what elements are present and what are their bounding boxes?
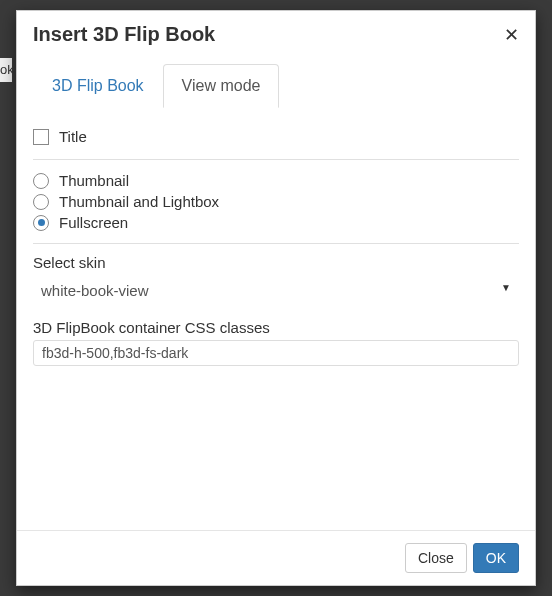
select-skin-label: Select skin bbox=[33, 254, 519, 271]
title-checkbox[interactable] bbox=[33, 129, 49, 145]
modal-header: Insert 3D Flip Book ✕ bbox=[17, 11, 535, 56]
css-classes-label: 3D FlipBook container CSS classes bbox=[33, 319, 519, 336]
radio-thumbnail-label: Thumbnail bbox=[59, 172, 129, 189]
divider bbox=[33, 243, 519, 244]
insert-flipbook-modal: Insert 3D Flip Book ✕ 3D Flip Book View … bbox=[16, 10, 536, 586]
tab-view-mode[interactable]: View mode bbox=[163, 64, 280, 108]
radio-fullscreen-label: Fullscreen bbox=[59, 214, 128, 231]
background-fragment: ok bbox=[0, 58, 12, 82]
radio-fullscreen[interactable] bbox=[33, 215, 49, 231]
title-checkbox-label: Title bbox=[59, 128, 87, 145]
radio-thumbnail-lightbox[interactable] bbox=[33, 194, 49, 210]
radio-row-fullscreen: Fullscreen bbox=[33, 212, 519, 233]
radio-row-thumbnail-lightbox: Thumbnail and Lightbox bbox=[33, 191, 519, 212]
modal-footer: Close OK bbox=[17, 530, 535, 585]
select-skin[interactable]: white-book-view ▼ bbox=[33, 275, 519, 305]
css-classes-input[interactable] bbox=[33, 340, 519, 366]
ok-button[interactable]: OK bbox=[473, 543, 519, 573]
tab-3d-flip-book[interactable]: 3D Flip Book bbox=[33, 64, 163, 108]
tabs: 3D Flip Book View mode bbox=[33, 64, 519, 108]
radio-thumbnail[interactable] bbox=[33, 173, 49, 189]
close-icon[interactable]: ✕ bbox=[504, 26, 519, 44]
modal-title: Insert 3D Flip Book bbox=[33, 23, 215, 46]
radio-thumbnail-lightbox-label: Thumbnail and Lightbox bbox=[59, 193, 219, 210]
modal-body: 3D Flip Book View mode Title Thumbnail T… bbox=[17, 56, 535, 530]
divider bbox=[33, 159, 519, 160]
close-button[interactable]: Close bbox=[405, 543, 467, 573]
select-skin-value: white-book-view bbox=[33, 275, 519, 305]
radio-row-thumbnail: Thumbnail bbox=[33, 170, 519, 191]
tab-content-view-mode: Title Thumbnail Thumbnail and Lightbox F… bbox=[33, 108, 519, 366]
title-checkbox-row: Title bbox=[33, 124, 519, 157]
